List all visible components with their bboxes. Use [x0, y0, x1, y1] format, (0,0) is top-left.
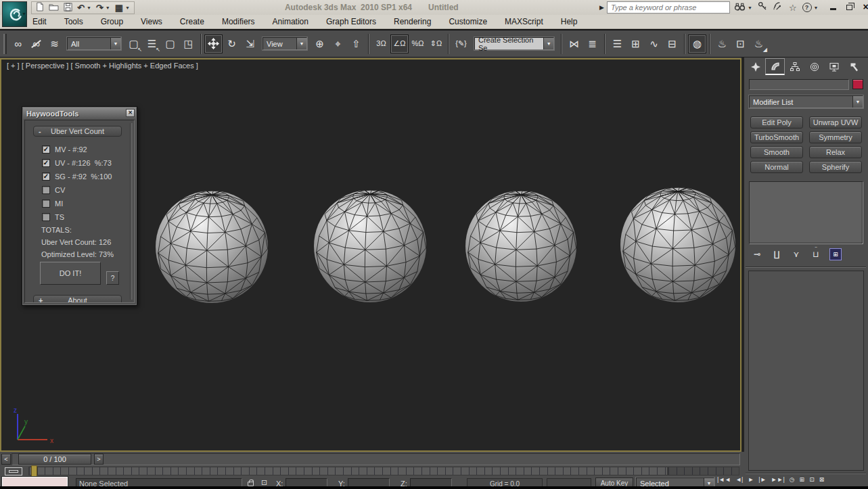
tab-modify[interactable]	[765, 58, 785, 75]
checkbox[interactable]: ✓	[42, 172, 50, 181]
checkbox[interactable]: ✓	[42, 186, 50, 194]
previous-frame-arrow-button[interactable]: <	[1, 454, 11, 465]
modifier-button[interactable]: TurboSmooth	[750, 131, 803, 143]
haywoodtools-title-bar[interactable]: HaywoodTools	[23, 108, 136, 119]
menu-item[interactable]: Graph Editors	[326, 17, 376, 26]
menu-item[interactable]: Tools	[64, 17, 83, 26]
vert-count-checkbox-row[interactable]: ✓ MV - #:92	[42, 143, 112, 156]
time-slider-track[interactable]	[12, 453, 740, 465]
manage-scenes-icon[interactable]: ▦	[115, 3, 123, 12]
modifier-button[interactable]: Symmetry	[809, 131, 862, 143]
haywoodtools-help-button[interactable]: ?	[106, 271, 119, 285]
render-setup-icon[interactable]: ♨	[713, 34, 731, 53]
tab-hierarchy[interactable]	[785, 58, 804, 75]
keyboard-shortcut-override-icon[interactable]: ⇧	[347, 34, 365, 53]
vert-count-checkbox-row[interactable]: ✓ UV - #:126 %:73	[42, 156, 112, 170]
selection-filter-dropdown[interactable]: All ▼	[67, 37, 121, 50]
restore-button[interactable]	[844, 2, 854, 11]
vert-count-checkbox-row[interactable]: ✓ CV	[42, 183, 112, 197]
mini-curve-editor-button[interactable]	[5, 467, 22, 475]
modifier-list-dropdown[interactable]: Modifier List ▼	[749, 95, 863, 108]
menu-item[interactable]: Modifiers	[222, 17, 255, 26]
z-coordinate-field[interactable]	[410, 478, 452, 486]
unlink-selection-icon[interactable]: ∞	[27, 34, 45, 53]
configure-modifier-sets-icon[interactable]: ⊞	[829, 248, 842, 260]
tab-utilities[interactable]	[844, 58, 863, 75]
remove-modifier-icon[interactable]: ⊔‾	[810, 248, 822, 260]
vert-count-checkbox-row[interactable]: ✓ SG - #:92 %:100	[42, 170, 112, 183]
pan-view-icon[interactable]: ⊠	[819, 477, 825, 483]
dropdown-caret-icon[interactable]: ▼	[296, 38, 306, 49]
key-filters-selection-dropdown[interactable]: Selected ▼	[636, 478, 714, 486]
viewport-label[interactable]: [ + ] [ Perspective ] [ Smooth + Highlig…	[7, 62, 198, 70]
minimize-button[interactable]	[828, 2, 838, 11]
pin-stack-icon[interactable]: ⊸	[751, 248, 763, 260]
object-name-field[interactable]	[749, 79, 849, 90]
time-configuration-icon[interactable]: ◷	[790, 477, 795, 483]
select-and-scale-icon[interactable]: ⇲	[241, 34, 259, 53]
vert-count-checkbox-row[interactable]: ✓ TS	[42, 210, 112, 224]
previous-frame-icon[interactable]: ◄|	[735, 477, 743, 483]
help-caret-icon[interactable]: ▼	[814, 5, 819, 10]
select-and-manipulate-icon[interactable]: ⌖	[329, 34, 347, 53]
about-rollout-header[interactable]: + About	[33, 295, 122, 303]
layer-manager-icon[interactable]: ☰	[608, 34, 626, 53]
haywoodtools-close-button[interactable]: ✕	[126, 109, 135, 117]
maximize-viewport-toggle-icon[interactable]: ⊡	[809, 477, 815, 483]
absolute-mode-icon[interactable]: ⊡	[261, 478, 267, 486]
vert-count-checkbox-row[interactable]: ✓ MI	[42, 197, 112, 210]
modifier-button[interactable]: Normal	[750, 161, 803, 173]
checkbox[interactable]: ✓	[42, 145, 50, 154]
new-scene-icon[interactable]	[36, 2, 44, 14]
dropdown-caret-icon[interactable]: ▼	[852, 96, 863, 108]
modifier-button[interactable]: Edit Poly	[750, 116, 803, 129]
auto-key-button[interactable]: Auto Key	[595, 478, 633, 486]
play-animation-icon[interactable]: ►	[748, 477, 754, 483]
modifier-button[interactable]: Smooth	[750, 146, 803, 158]
curve-editor-icon[interactable]: ∿	[645, 34, 663, 53]
menu-item[interactable]: Edit	[32, 17, 47, 26]
uber-vert-count-rollout-header[interactable]: - Uber Vert Count	[33, 126, 122, 137]
rollout-expand-icon[interactable]: +	[39, 296, 43, 303]
next-frame-icon[interactable]: |►	[758, 477, 766, 483]
bind-to-space-warp-icon[interactable]: ≋	[45, 34, 64, 53]
time-slider-handle[interactable]	[31, 465, 37, 477]
show-end-result-icon[interactable]: ∐	[771, 248, 783, 260]
menu-item[interactable]: Create	[180, 17, 204, 26]
modifier-button[interactable]: Spherify	[809, 161, 862, 173]
zoom-extents-all-icon[interactable]: ⊞	[800, 477, 805, 483]
window-crossing-toggle-icon[interactable]: ◳	[179, 34, 198, 53]
select-and-rotate-icon[interactable]: ↻	[223, 34, 241, 53]
menu-item[interactable]: Customize	[449, 17, 487, 26]
dropdown-caret-icon[interactable]: ▼	[704, 478, 714, 486]
search-input[interactable]	[607, 1, 730, 14]
tab-create[interactable]	[746, 58, 765, 75]
use-center-flyout-icon[interactable]: ⊕	[311, 34, 329, 53]
search-options-caret-icon[interactable]: ▼	[748, 5, 752, 10]
toolbar-handle[interactable]	[3, 34, 7, 54]
named-selection-sets-dropdown[interactable]: Create Selection Se ▼	[474, 37, 554, 50]
go-to-end-icon[interactable]: ►►|	[771, 477, 785, 483]
subscription-key-icon[interactable]	[758, 1, 768, 14]
go-to-start-icon[interactable]: |◄◄	[717, 477, 731, 483]
percent-snap-toggle-icon[interactable]: %Ω	[409, 34, 427, 53]
render-production-icon[interactable]: ♨◢	[750, 34, 768, 53]
application-menu-button[interactable]: ▼	[2, 1, 27, 27]
modifier-button[interactable]: Unwrap UVW	[809, 116, 862, 129]
rendered-frame-window-icon[interactable]: ⊡	[731, 34, 750, 53]
spinner-snap-toggle-icon[interactable]: ⇕Ω	[427, 34, 445, 53]
close-button[interactable]: ×	[861, 2, 868, 11]
redo-icon[interactable]: ↷	[96, 3, 104, 12]
modifier-button[interactable]: Relax	[809, 146, 862, 158]
y-coordinate-field[interactable]	[348, 478, 390, 486]
edit-named-selection-sets-icon[interactable]: {✎}	[452, 34, 470, 53]
angle-snap-toggle-icon[interactable]: ∠Ω	[390, 34, 409, 53]
selection-lock-icon[interactable]	[248, 482, 254, 486]
help-icon[interactable]: ?	[802, 3, 812, 12]
quick-access-customize-caret-icon[interactable]: ▼	[125, 5, 130, 10]
menu-item[interactable]: Views	[141, 17, 162, 26]
make-unique-icon[interactable]: ⋎	[790, 248, 802, 260]
x-coordinate-field[interactable]	[285, 478, 327, 486]
undo-icon[interactable]: ↶	[77, 3, 85, 12]
undo-caret-icon[interactable]: ▼	[87, 5, 91, 10]
